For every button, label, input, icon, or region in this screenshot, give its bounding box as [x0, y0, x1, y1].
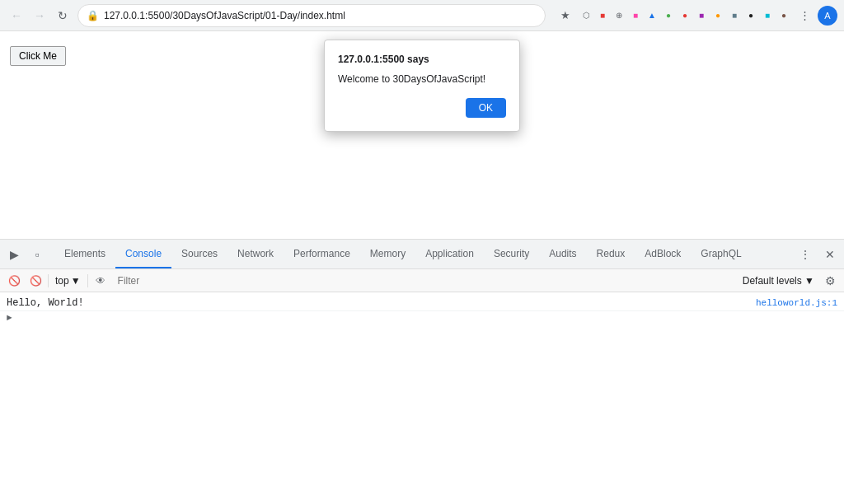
devtools-device-icon[interactable]: ▫	[26, 244, 48, 265]
browser-chrome: ← → ↻ 🔒 127.0.0.1:5500/30DaysOfJavaScrip…	[0, 0, 844, 31]
ext-5[interactable]: ▲	[645, 8, 659, 23]
browser-toolbar-right: ★ ⬡ ■ ⊕ ■ ▲ ● ● ■ ● ■ ● ■ ● ⋮ A	[556, 6, 837, 26]
console-prompt-row: ►	[0, 311, 844, 324]
console-prompt-chevron: ►	[7, 313, 12, 323]
click-me-button[interactable]: Click Me	[10, 46, 66, 66]
ext-1[interactable]: ⬡	[579, 8, 593, 23]
tab-redux[interactable]: Redux	[587, 240, 635, 268]
toolbar-divider-2	[87, 274, 88, 287]
back-button[interactable]: ←	[7, 6, 26, 26]
dialog-footer: OK	[338, 98, 506, 118]
forward-button[interactable]: →	[30, 6, 49, 26]
devtools-header-right: ⋮ ✕	[795, 244, 841, 265]
context-dropdown-icon: ▼	[71, 275, 81, 287]
tab-audits[interactable]: Audits	[539, 240, 586, 268]
toolbar-divider-1	[48, 274, 49, 287]
ext-12[interactable]: ■	[760, 8, 775, 23]
console-filter-icon[interactable]: 🚫	[26, 272, 45, 290]
tab-elements[interactable]: Elements	[54, 240, 115, 268]
bookmark-icon[interactable]: ★	[556, 6, 575, 26]
tab-performance[interactable]: Performance	[284, 240, 360, 268]
console-toolbar: 🚫 🚫 top ▼ 👁 Default levels ▼ ⚙	[0, 269, 844, 292]
ext-4[interactable]: ■	[628, 8, 643, 23]
devtools-header: ▶ ▫ Elements Console Sources Network Per…	[0, 240, 844, 269]
tab-memory[interactable]: Memory	[360, 240, 415, 268]
extension-icons: ⬡ ■ ⊕ ■ ▲ ● ● ■ ● ■ ● ■ ●	[579, 8, 791, 23]
console-eye-icon[interactable]: 👁	[91, 272, 110, 290]
tab-adblock[interactable]: AdBlock	[635, 240, 691, 268]
tab-console[interactable]: Console	[115, 240, 171, 268]
ext-6[interactable]: ●	[661, 8, 676, 23]
console-log-text: Hello, World!	[7, 297, 756, 309]
lock-icon: 🔒	[87, 10, 99, 21]
tab-application[interactable]: Application	[415, 240, 484, 268]
context-label: top	[55, 275, 69, 287]
console-content: Hello, World! helloworld.js:1 ►	[0, 292, 844, 328]
ext-7[interactable]: ●	[678, 8, 692, 23]
nav-buttons: ← → ↻	[7, 6, 73, 26]
menu-icon[interactable]: ⋮	[795, 6, 814, 26]
browser-dialog: 127.0.0.1:5500 says Welcome to 30DaysOfJ…	[324, 40, 520, 132]
tab-network[interactable]: Network	[227, 240, 284, 268]
ext-8[interactable]: ■	[694, 8, 709, 23]
console-log-entry: Hello, World! helloworld.js:1	[0, 296, 844, 311]
console-settings-icon[interactable]: ⚙	[821, 272, 839, 290]
devtools-side-icons: ▶ ▫	[3, 244, 48, 265]
console-clear-icon[interactable]: 🚫	[5, 272, 23, 290]
dialog-title: 127.0.0.1:5500 says	[338, 54, 506, 65]
devtools-more-icon[interactable]: ⋮	[795, 244, 816, 265]
tab-graphql[interactable]: GraphQL	[691, 240, 751, 268]
dialog-ok-button[interactable]: OK	[466, 98, 506, 118]
ext-9[interactable]: ●	[710, 8, 725, 23]
ext-2[interactable]: ■	[595, 8, 610, 23]
ext-10[interactable]: ■	[727, 8, 742, 23]
console-log-source[interactable]: helloworld.js:1	[756, 298, 837, 308]
console-filter-input[interactable]	[113, 273, 739, 288]
console-context-select[interactable]: top ▼	[52, 273, 84, 288]
dialog-message: Welcome to 30DaysOfJavaScript!	[338, 73, 506, 85]
devtools-close-icon[interactable]: ✕	[819, 244, 841, 265]
devtools-tabs: Elements Console Sources Network Perform…	[54, 240, 795, 268]
log-levels-select[interactable]: Default levels ▼	[743, 275, 814, 287]
page-content: Click Me 127.0.0.1:5500 says Welcome to …	[0, 31, 844, 239]
devtools-inspect-icon[interactable]: ▶	[3, 244, 25, 265]
address-text: 127.0.0.1:5500/30DaysOfJavaScript/01-Day…	[104, 10, 537, 21]
ext-11[interactable]: ●	[743, 8, 758, 23]
reload-button[interactable]: ↻	[53, 6, 73, 26]
tab-sources[interactable]: Sources	[171, 240, 227, 268]
address-bar[interactable]: 🔒 127.0.0.1:5500/30DaysOfJavaScript/01-D…	[77, 4, 546, 27]
profile-icon[interactable]: A	[818, 6, 837, 26]
tab-security[interactable]: Security	[484, 240, 539, 268]
devtools-panel: ▶ ▫ Elements Console Sources Network Per…	[0, 239, 844, 504]
ext-13[interactable]: ●	[776, 8, 791, 23]
ext-3[interactable]: ⊕	[612, 8, 626, 23]
